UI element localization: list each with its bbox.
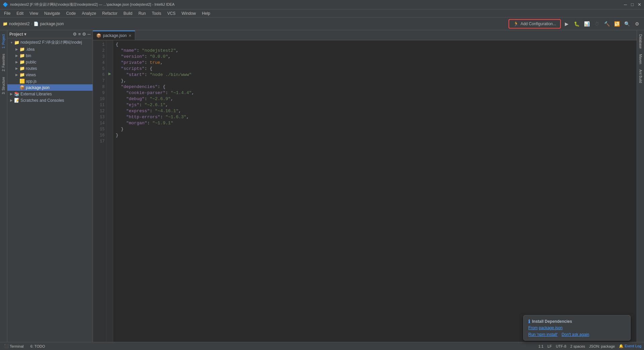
- menu-file[interactable]: File: [1, 10, 13, 16]
- tree-label-scratches: Scratches and Consoles: [20, 98, 64, 103]
- sidebar-tab-project[interactable]: 1: Project: [1, 32, 6, 51]
- tree-item-public[interactable]: ▶ 📁 public: [7, 59, 93, 65]
- dont-ask-again-link[interactable]: Don't ask again: [561, 332, 589, 337]
- run-npm-install-link[interactable]: Run 'npm install': [528, 332, 557, 337]
- tree-icon-routes: 📁: [19, 66, 25, 71]
- tree-item-routes[interactable]: ▶ 📁 routes: [7, 65, 93, 72]
- tree-arrow-idea[interactable]: ▶: [14, 47, 19, 51]
- right-tab-database[interactable]: Database: [638, 32, 643, 51]
- debug-button[interactable]: 🐛: [572, 19, 581, 28]
- tab-icon-packagejson: 📦: [96, 33, 101, 38]
- settings-button[interactable]: ⚙: [633, 19, 641, 28]
- editor-tab-bar: 📦 package.json ✕: [93, 30, 637, 40]
- tree-item-views[interactable]: ▶ 📁 views: [7, 72, 93, 78]
- tree-item-bin[interactable]: ▶ 📁 bin: [7, 52, 93, 59]
- tree-arrow-external-libs[interactable]: ▶: [9, 92, 14, 96]
- tree-arrow-bin[interactable]: ▶: [14, 54, 19, 57]
- tree-icon-root: 📁: [14, 40, 19, 45]
- tab-close-packagejson[interactable]: ✕: [128, 34, 131, 38]
- rebuild-button[interactable]: 🔁: [612, 19, 621, 28]
- search-everywhere-button[interactable]: 🔍: [623, 19, 631, 28]
- code-line-1: {: [116, 42, 634, 48]
- menu-window[interactable]: Window: [179, 10, 199, 16]
- tree-arrow-views[interactable]: ▶: [14, 73, 19, 77]
- window-controls[interactable]: ─ □ ✕: [624, 2, 641, 7]
- editor-tab-packagejson[interactable]: 📦 package.json ✕: [93, 31, 135, 40]
- coverage-button[interactable]: 📊: [582, 19, 591, 28]
- menu-help[interactable]: Help: [199, 10, 213, 16]
- panel-sort-icon[interactable]: ≡: [78, 32, 81, 37]
- breadcrumb-file[interactable]: package.json: [40, 21, 64, 26]
- menu-edit[interactable]: Edit: [14, 10, 26, 16]
- line-numbers: 1 2 3 4 5 6 7 8 9 10 11 12 13 14 15 16 1…: [93, 40, 106, 342]
- terminal-label: Terminal: [10, 344, 24, 348]
- menu-analyze[interactable]: Analyze: [79, 10, 99, 16]
- code-line-8: "dependencies": {: [116, 84, 634, 90]
- notification-from-label: From: [528, 325, 538, 330]
- close-button[interactable]: ✕: [638, 2, 641, 7]
- right-tab-maven[interactable]: Maven: [638, 51, 643, 67]
- code-editor[interactable]: { "name": "nodejstest2", "version": "0.0…: [113, 40, 637, 342]
- breadcrumb-project[interactable]: nodejstest2: [9, 21, 30, 26]
- panel-gear-icon[interactable]: ⚙: [82, 32, 86, 37]
- notification-actions: Run 'npm install' Don't ask again: [528, 332, 626, 337]
- notification-from-file[interactable]: package.json: [539, 325, 562, 330]
- tree-arrow-scratches[interactable]: ▶: [9, 98, 14, 102]
- bottom-tab-todo[interactable]: 6: TODO: [29, 344, 47, 348]
- toolbar: 📁 nodejstest2 › 📄 package.json 🏃 Add Con…: [0, 17, 644, 30]
- tree-item-appjs[interactable]: 🟨 app.js: [7, 78, 93, 84]
- tree-item-packagejson[interactable]: 📦 package.json: [7, 84, 93, 91]
- breadcrumb-sep1: ›: [31, 21, 32, 26]
- sidebar-tab-favorites[interactable]: 2: Favorites: [1, 51, 6, 74]
- maximize-button[interactable]: □: [631, 2, 634, 7]
- panel-minimize-icon[interactable]: ─: [88, 32, 91, 37]
- panel-title: Project ▾: [9, 32, 71, 37]
- run-button[interactable]: ▶: [562, 19, 571, 28]
- right-tab-ant-build[interactable]: Ant Build: [638, 67, 643, 86]
- tree-item-root[interactable]: ▾ 📁 nodejstest2 F:\毕业设计网站\nodej: [7, 39, 93, 46]
- terminal-icon: ⬛: [4, 344, 9, 348]
- notification-title-text: Install Dependencies: [532, 319, 572, 324]
- code-line-10: "debug": "~2.6.9",: [116, 96, 634, 102]
- tree-item-external-libs[interactable]: ▶ 📚 External Libraries: [7, 91, 93, 97]
- code-line-2: "name": "nodejstest2",: [116, 48, 634, 54]
- menu-refactor[interactable]: Refactor: [100, 10, 120, 16]
- build-button[interactable]: 🔨: [602, 19, 611, 28]
- tree-icon-bin: 📁: [19, 53, 25, 58]
- tree-arrow-root[interactable]: ▾: [9, 41, 14, 44]
- tree-arrow-routes[interactable]: ▶: [14, 67, 19, 70]
- add-config-label: Add Configuration...: [521, 21, 556, 26]
- panel-settings-icon[interactable]: ⚙: [73, 32, 77, 37]
- notification-title: ℹ Install Dependencies: [528, 319, 626, 324]
- code-line-7: },: [116, 78, 634, 84]
- tree-item-idea[interactable]: ▶ 📁 .idea: [7, 46, 93, 52]
- menu-view[interactable]: View: [27, 10, 41, 16]
- menu-vcs[interactable]: VCS: [165, 10, 178, 16]
- tree-label-external-libs: External Libraries: [20, 92, 52, 96]
- minimize-button[interactable]: ─: [624, 2, 627, 7]
- breadcrumb-file-icon: 📄: [34, 21, 39, 26]
- menu-navigate[interactable]: Navigate: [42, 10, 63, 16]
- menu-code[interactable]: Code: [63, 10, 78, 16]
- add-configuration-button[interactable]: 🏃 Add Configuration...: [508, 19, 561, 29]
- event-log-link[interactable]: 🔔 Event Log: [619, 344, 641, 348]
- menu-build[interactable]: Build: [121, 10, 135, 16]
- tree-icon-views: 📁: [19, 72, 25, 77]
- main-layout: 1: Project 2: Favorites 3: Structure Pro…: [0, 30, 644, 342]
- project-panel-header: Project ▾ ⚙ ≡ ⚙ ─: [7, 30, 93, 38]
- cursor-position: 1:1: [538, 344, 543, 348]
- bottom-tab-terminal[interactable]: ⬛ Terminal: [3, 344, 25, 348]
- sidebar-tab-structure[interactable]: 3: Structure: [1, 74, 6, 97]
- run-config-icon: 🏃: [513, 21, 519, 27]
- tree-label-idea: .idea: [26, 47, 35, 52]
- tree-label-root: nodejstest2 F:\毕业设计网站\nodej: [20, 40, 82, 45]
- code-line-3: "version": "0.0.0",: [116, 54, 634, 60]
- menu-tools[interactable]: Tools: [149, 10, 164, 16]
- editor-gutter: ▶: [106, 40, 113, 342]
- tree-arrow-public[interactable]: ▶: [14, 60, 19, 64]
- tree-icon-packagejson: 📦: [19, 85, 25, 90]
- menu-run[interactable]: Run: [136, 10, 149, 16]
- tree-item-scratches[interactable]: ▶ 📝 Scratches and Consoles: [7, 97, 93, 103]
- profile-button[interactable]: ⏱: [592, 19, 601, 28]
- editor-content[interactable]: 1 2 3 4 5 6 7 8 9 10 11 12 13 14 15 16 1…: [93, 40, 637, 342]
